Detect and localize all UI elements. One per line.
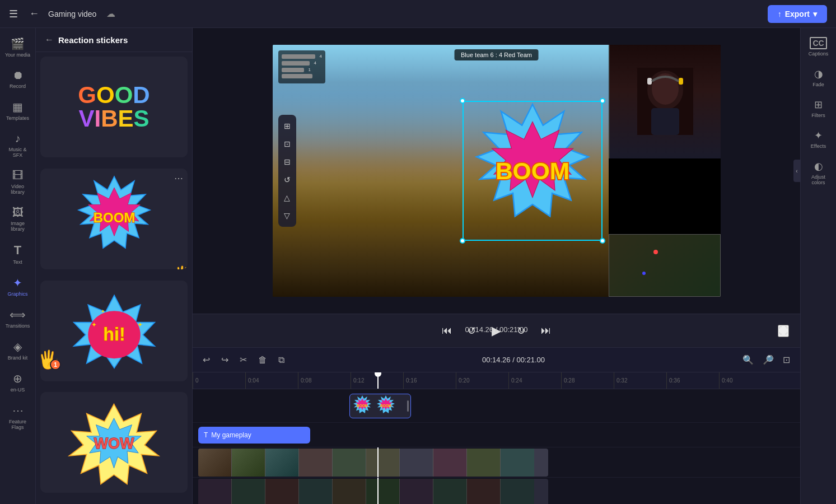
ruler-mark-8: 0:08 <box>298 372 351 389</box>
video2-thumb-4 <box>299 479 333 504</box>
fade-icon: ◑ <box>814 68 823 80</box>
sidebar-item-templates[interactable]: ▦ Templates <box>2 96 34 125</box>
video-clip-1[interactable] <box>198 449 548 477</box>
sidebar-item-brand-kit[interactable]: ◈ Brand kit <box>2 335 34 365</box>
playhead-video1 <box>377 447 379 477</box>
svg-text:✦: ✦ <box>101 308 105 314</box>
selection-border <box>463 101 603 241</box>
canvas-resize-tool[interactable]: ⊡ <box>281 136 294 152</box>
export-chevron-icon: ▾ <box>813 10 817 18</box>
menu-icon[interactable]: ☰ <box>9 8 18 20</box>
handle-bottom-right[interactable] <box>600 238 605 244</box>
webcam-person <box>610 45 721 158</box>
record-icon: ⏺ <box>12 69 24 82</box>
sidebar-item-image-library[interactable]: 🖼 Image library <box>2 202 34 236</box>
right-panel-collapse[interactable]: ‹ <box>793 160 800 182</box>
playhead-video2 <box>377 478 379 504</box>
canvas-rotate-tool[interactable]: ↺ <box>281 172 294 188</box>
sidebar-item-video-library[interactable]: 🎞 Video library <box>2 165 34 199</box>
right-adjust-colors-tool[interactable]: ◐ Adjust colors <box>802 156 835 190</box>
sticker-wow[interactable]: WOW <box>40 392 188 493</box>
svg-text:BOOM: BOOM <box>380 404 391 408</box>
boom-selection-wrapper: BOOM <box>463 101 603 241</box>
timeline: ↩ ↪ ✂ 🗑 ⧉ 00:14.26 / 00:21.00 🔍 🔎 ⊡ <box>193 347 800 504</box>
ruler-mark-16: 0:16 <box>403 372 456 389</box>
handle-top-left[interactable] <box>460 98 465 104</box>
video-thumb-2 <box>232 449 265 477</box>
video2-thumb-1 <box>198 479 232 504</box>
handle-bottom-left[interactable] <box>460 238 465 244</box>
video2-thumb-2 <box>232 479 265 504</box>
ui-row-3: 1 <box>282 67 322 72</box>
video-thumb-5 <box>333 449 366 477</box>
right-captions-tool[interactable]: CC Captions <box>802 32 835 61</box>
sidebar-item-music[interactable]: ♪ Music & SFX <box>2 128 34 162</box>
video-clip-2[interactable] <box>198 479 548 504</box>
right-filters-tool[interactable]: ⊞ Filters <box>802 94 835 123</box>
text-clip[interactable]: T My gameplay <box>198 427 310 444</box>
handle-top-right[interactable] <box>600 98 605 104</box>
zoom-controls: 🔍 🔎 ⊡ <box>739 352 793 367</box>
text-track: T My gameplay <box>193 423 800 447</box>
sticker-boom[interactable]: ⋯ BOOM Add to timeline 🖐 2 <box>40 169 188 269</box>
skip-to-end-button[interactable]: ⏭ <box>538 321 554 340</box>
good-vibes-graphic: GOOD VIBES <box>78 83 150 130</box>
canvas-fit-tool[interactable]: ⊟ <box>281 154 294 170</box>
svg-text:BOOM: BOOM <box>93 210 135 225</box>
sidebar-item-record[interactable]: ⏺ Record <box>2 64 34 94</box>
video2-thumb-7 <box>400 479 433 504</box>
undo-button[interactable]: ↩ <box>199 352 213 367</box>
graphics-icon: ✦ <box>13 276 22 290</box>
wow-graphic: WOW <box>62 399 166 486</box>
canvas-crop-tool[interactable]: ⊞ <box>281 118 294 134</box>
sticker-good-vibes[interactable]: GOOD VIBES <box>40 57 188 157</box>
timeline-toolbar: ↩ ↪ ✂ 🗑 ⧉ 00:14.26 / 00:21.00 🔍 🔎 ⊡ <box>193 348 800 372</box>
save-icon: ☁ <box>106 8 115 19</box>
fit-timeline-button[interactable]: ⊡ <box>779 352 793 367</box>
cut-button[interactable]: ✂ <box>236 352 250 367</box>
svg-text:hi!: hi! <box>103 324 125 344</box>
zoom-in-button[interactable]: 🔎 <box>759 352 777 367</box>
stickers-grid: GOOD VIBES ⋯ BOOM Add to timeline <box>36 52 192 504</box>
fullscreen-button[interactable]: ⛶ <box>778 325 789 337</box>
timeline-ruler: 0 0:04 0:08 0:12 0:16 0:20 0:24 0:28 0:3… <box>193 372 800 389</box>
video-minimap <box>609 234 721 297</box>
music-icon: ♪ <box>15 132 21 145</box>
ui-row-2: 4 <box>282 60 322 66</box>
sidebar-item-feature-flags[interactable]: ⋯ Feature Flags <box>2 399 34 435</box>
sidebar-item-graphics[interactable]: ✦ Graphics <box>2 272 34 301</box>
panel-title: Reaction stickers <box>58 35 128 45</box>
cursor-hand-2: 🖐 2 <box>171 265 188 269</box>
back-button[interactable]: ← <box>29 8 39 20</box>
canvas-flip-v-tool[interactable]: ▽ <box>281 208 294 223</box>
sticker-clip[interactable]: BOOM BOOM <box>349 394 411 418</box>
redo-button[interactable]: ↪ <box>218 352 232 367</box>
sidebar-item-en-us[interactable]: ⊕ en-US <box>2 367 34 397</box>
delete-button[interactable]: 🗑 <box>255 353 270 367</box>
skip-to-start-button[interactable]: ⏮ <box>438 321 455 340</box>
zoom-out-button[interactable]: 🔍 <box>739 352 757 367</box>
duplicate-button[interactable]: ⧉ <box>275 353 288 367</box>
ui-row-1: 4 <box>282 54 322 59</box>
effects-icon: ✦ <box>814 129 823 142</box>
sidebar-item-your-media[interactable]: 🎬 Your media <box>2 32 34 62</box>
sidebar-item-text[interactable]: T Text <box>2 239 34 269</box>
sticker-hi[interactable]: hi! ✦ ✦ ✦ 🖐 1 <box>40 281 188 381</box>
sidebar-item-transitions[interactable]: ⟺ Transitions <box>2 304 34 333</box>
boom-canvas-element[interactable]: BOOM <box>463 101 603 241</box>
video-thumb-1 <box>198 449 232 477</box>
panel-back-button[interactable]: ← <box>45 35 54 45</box>
project-title: Gaming video <box>48 10 96 18</box>
sticker-more-options[interactable]: ⋯ <box>174 173 183 184</box>
video-canvas[interactable]: 4 4 1 Blue team 6 : 4 Red Team <box>273 45 721 297</box>
right-effects-tool[interactable]: ✦ Effects <box>802 125 835 153</box>
export-button[interactable]: ↑ Export ▾ <box>768 5 827 23</box>
your-media-icon: 🎬 <box>11 37 25 50</box>
ruler-mark-32: 0:32 <box>614 372 666 389</box>
canvas-flip-h-tool[interactable]: △ <box>281 190 294 206</box>
video-left-ui: 4 4 1 <box>278 50 325 83</box>
right-fade-tool[interactable]: ◑ Fade <box>802 63 835 92</box>
video-thumb-7 <box>400 449 433 477</box>
ui-row-4 <box>282 74 322 78</box>
sticker-clip-resize-handle[interactable] <box>407 400 409 412</box>
